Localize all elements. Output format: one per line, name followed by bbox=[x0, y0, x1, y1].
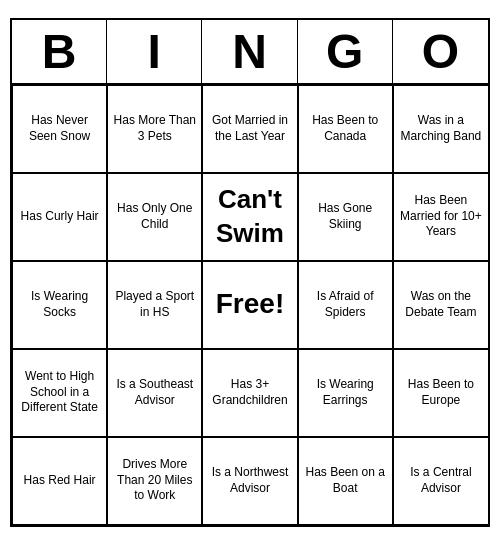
bingo-cell-19[interactable]: Has Been to Europe bbox=[393, 349, 488, 437]
bingo-cell-6[interactable]: Has Only One Child bbox=[107, 173, 202, 261]
bingo-cell-3[interactable]: Has Been to Canada bbox=[298, 85, 393, 173]
bingo-grid: Has Never Seen SnowHas More Than 3 PetsG… bbox=[12, 85, 488, 525]
bingo-letter-b: B bbox=[12, 20, 107, 83]
bingo-header: BINGO bbox=[12, 20, 488, 85]
bingo-cell-13[interactable]: Is Afraid of Spiders bbox=[298, 261, 393, 349]
bingo-cell-7[interactable]: Can't Swim bbox=[202, 173, 297, 261]
bingo-cell-18[interactable]: Is Wearing Earrings bbox=[298, 349, 393, 437]
bingo-cell-12[interactable]: Free! bbox=[202, 261, 297, 349]
bingo-cell-24[interactable]: Is a Central Advisor bbox=[393, 437, 488, 525]
bingo-cell-10[interactable]: Is Wearing Socks bbox=[12, 261, 107, 349]
bingo-cell-23[interactable]: Has Been on a Boat bbox=[298, 437, 393, 525]
bingo-cell-20[interactable]: Has Red Hair bbox=[12, 437, 107, 525]
bingo-cell-9[interactable]: Has Been Married for 10+ Years bbox=[393, 173, 488, 261]
bingo-letter-g: G bbox=[298, 20, 393, 83]
bingo-cell-17[interactable]: Has 3+ Grandchildren bbox=[202, 349, 297, 437]
bingo-cell-8[interactable]: Has Gone Skiing bbox=[298, 173, 393, 261]
bingo-cell-11[interactable]: Played a Sport in HS bbox=[107, 261, 202, 349]
bingo-cell-16[interactable]: Is a Southeast Advisor bbox=[107, 349, 202, 437]
bingo-cell-2[interactable]: Got Married in the Last Year bbox=[202, 85, 297, 173]
bingo-cell-14[interactable]: Was on the Debate Team bbox=[393, 261, 488, 349]
bingo-cell-15[interactable]: Went to High School in a Different State bbox=[12, 349, 107, 437]
bingo-letter-i: I bbox=[107, 20, 202, 83]
bingo-cell-21[interactable]: Drives More Than 20 Miles to Work bbox=[107, 437, 202, 525]
bingo-letter-o: O bbox=[393, 20, 488, 83]
bingo-cell-4[interactable]: Was in a Marching Band bbox=[393, 85, 488, 173]
bingo-cell-22[interactable]: Is a Northwest Advisor bbox=[202, 437, 297, 525]
bingo-cell-0[interactable]: Has Never Seen Snow bbox=[12, 85, 107, 173]
bingo-card: BINGO Has Never Seen SnowHas More Than 3… bbox=[10, 18, 490, 527]
bingo-cell-5[interactable]: Has Curly Hair bbox=[12, 173, 107, 261]
bingo-letter-n: N bbox=[202, 20, 297, 83]
bingo-cell-1[interactable]: Has More Than 3 Pets bbox=[107, 85, 202, 173]
